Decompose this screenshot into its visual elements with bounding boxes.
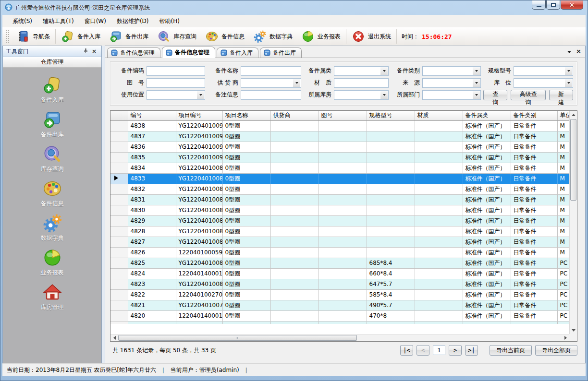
toolbar-data-dictionary-button[interactable]: 数据字典 xyxy=(249,29,297,44)
column-header-5[interactable]: 图号 xyxy=(318,111,367,120)
grid-cell[interactable] xyxy=(270,289,318,300)
grid-cell[interactable] xyxy=(415,247,463,258)
grid-cell[interactable]: 4832 xyxy=(128,184,176,194)
grid-cell[interactable]: 4834 xyxy=(128,163,176,173)
grid-cell[interactable]: YG12204010087 xyxy=(176,184,222,194)
grid-cell[interactable]: M xyxy=(557,194,569,205)
close-tool-window-icon[interactable]: × xyxy=(90,48,98,55)
export-current-page-button[interactable]: 导出当前页 xyxy=(490,345,532,356)
grid-cell[interactable] xyxy=(367,247,415,258)
vertical-scrollbar-thumb[interactable] xyxy=(570,119,576,201)
grid-cell[interactable] xyxy=(415,310,463,321)
grid-cell[interactable]: 685*8.4 xyxy=(367,258,415,268)
grid-cell[interactable] xyxy=(415,289,463,300)
grid-cell[interactable] xyxy=(270,173,318,184)
grid-cell[interactable] xyxy=(415,205,463,215)
column-header-7[interactable]: 材质 xyxy=(415,111,463,120)
grid-cell[interactable]: 0型圈 xyxy=(222,152,270,163)
toolbar-parts-info-button[interactable]: 备件信息 xyxy=(201,29,249,44)
grid-cell[interactable]: 标准件（国产） xyxy=(463,163,511,173)
grid-cell[interactable]: 标准件（国产） xyxy=(463,152,511,163)
grid-cell[interactable] xyxy=(270,184,318,194)
grid-cell[interactable]: 日常备件 xyxy=(511,215,557,226)
grid-cell[interactable] xyxy=(270,279,318,289)
grid-cell[interactable] xyxy=(318,215,367,226)
grid-cell[interactable]: 0型圈 xyxy=(222,194,270,205)
grid-cell[interactable] xyxy=(318,258,367,268)
grid-cell[interactable]: 0型圈 xyxy=(222,205,270,215)
last-page-button[interactable]: >| xyxy=(465,345,478,356)
grid-cell[interactable] xyxy=(367,226,415,237)
grid-cell[interactable]: 标准件（国产） xyxy=(463,247,511,258)
grid-cell[interactable] xyxy=(415,142,463,152)
grid-cell[interactable]: 日常备件 xyxy=(511,152,557,163)
grid-cell[interactable]: YG12204010090 xyxy=(176,152,222,163)
form-field-14[interactable] xyxy=(422,90,481,100)
grid-cell[interactable]: 0型圈 xyxy=(222,300,270,310)
grid-cell[interactable] xyxy=(367,237,415,247)
grid-cell[interactable]: M xyxy=(557,226,569,237)
grid-cell[interactable]: 日常备件 xyxy=(511,279,557,289)
row-selector-cell[interactable] xyxy=(110,205,128,215)
tab-close-icon[interactable]: × xyxy=(576,48,581,55)
grid-cell[interactable]: M xyxy=(557,184,569,194)
grid-cell[interactable]: 1220401400012 xyxy=(176,268,222,279)
grid-cell[interactable]: 0型圈 xyxy=(222,131,270,142)
scroll-up-button[interactable] xyxy=(570,111,577,119)
tab-4[interactable]: 备件出库 xyxy=(260,48,302,58)
grid-cell[interactable]: 0型圈 xyxy=(222,268,270,279)
grid-cell[interactable]: 日常备件 xyxy=(511,237,557,247)
toolbar-parts-inbound-button[interactable]: 备件入库 xyxy=(57,29,105,44)
grid-cell[interactable]: YG12204010093 xyxy=(176,120,222,131)
grid-cell[interactable] xyxy=(270,310,318,321)
grid-cell[interactable]: 4827 xyxy=(128,237,176,247)
grid-cell[interactable]: 4820 xyxy=(128,310,176,321)
grid-cell[interactable]: 标准件（国产） xyxy=(463,205,511,215)
grid-cell[interactable] xyxy=(318,279,367,289)
grid-cell[interactable]: 标准件（国产） xyxy=(463,268,511,279)
column-header-10[interactable]: 单位 xyxy=(557,111,569,120)
grid-cell[interactable]: 标准件（国产） xyxy=(463,237,511,247)
row-selector-cell[interactable] xyxy=(110,237,128,247)
row-selector-cell[interactable] xyxy=(110,152,128,163)
grid-cell[interactable] xyxy=(318,152,367,163)
grid-cell[interactable] xyxy=(367,131,415,142)
grid-cell[interactable]: 日常备件 xyxy=(511,194,557,205)
grid-cell[interactable]: YG12204010079 xyxy=(176,300,222,310)
grid-cell[interactable]: PC xyxy=(557,279,569,289)
grid-cell[interactable]: M xyxy=(557,215,569,226)
grid-cell[interactable]: YG12204010086 xyxy=(176,194,222,205)
form-field-2[interactable] xyxy=(241,66,301,76)
sidebar-item-stock-query[interactable]: 库存查询 xyxy=(3,144,101,173)
sidebar-item-parts-inbound[interactable]: 备件入库 xyxy=(3,75,101,104)
query-button[interactable]: 查询 xyxy=(483,90,507,100)
grid-cell[interactable]: 标准件（国产） xyxy=(463,310,511,321)
grid-cell[interactable]: M xyxy=(557,142,569,152)
row-selector-cell[interactable] xyxy=(110,300,128,310)
grid-cell[interactable] xyxy=(415,258,463,268)
sidebar-item-data-dictionary[interactable]: 数据字典 xyxy=(3,213,101,242)
grid-cell[interactable]: 日常备件 xyxy=(511,300,557,310)
grid-cell[interactable]: 日常备件 xyxy=(511,268,557,279)
grid-cell[interactable]: 日常备件 xyxy=(511,310,557,321)
form-field-9[interactable] xyxy=(422,78,481,88)
grid-cell[interactable] xyxy=(270,131,318,142)
grid-cell[interactable] xyxy=(270,194,318,205)
grid-cell[interactable] xyxy=(318,173,367,184)
sidebar-item-parts-info[interactable]: 备件信息 xyxy=(3,179,101,208)
grid-cell[interactable]: PC xyxy=(557,310,569,321)
grid-cell[interactable] xyxy=(415,120,463,131)
grid-cell[interactable] xyxy=(270,163,318,173)
grid-cell[interactable] xyxy=(318,163,367,173)
form-field-4[interactable] xyxy=(422,66,481,76)
sidebar-item-parts-outbound[interactable]: 备件出库 xyxy=(3,109,101,139)
grid-cell[interactable]: 4824 xyxy=(128,268,176,279)
grid-cell[interactable]: 标准件（国产） xyxy=(463,258,511,268)
grid-cell[interactable]: 0型圈 xyxy=(222,184,270,194)
form-field-8[interactable] xyxy=(334,78,389,88)
grid-cell[interactable] xyxy=(270,142,318,152)
grid-cell[interactable]: 日常备件 xyxy=(511,184,557,194)
minimize-button[interactable] xyxy=(532,0,546,10)
grid-cell[interactable]: 0型圈 xyxy=(222,226,270,237)
new-button[interactable]: 新建 xyxy=(549,90,573,100)
